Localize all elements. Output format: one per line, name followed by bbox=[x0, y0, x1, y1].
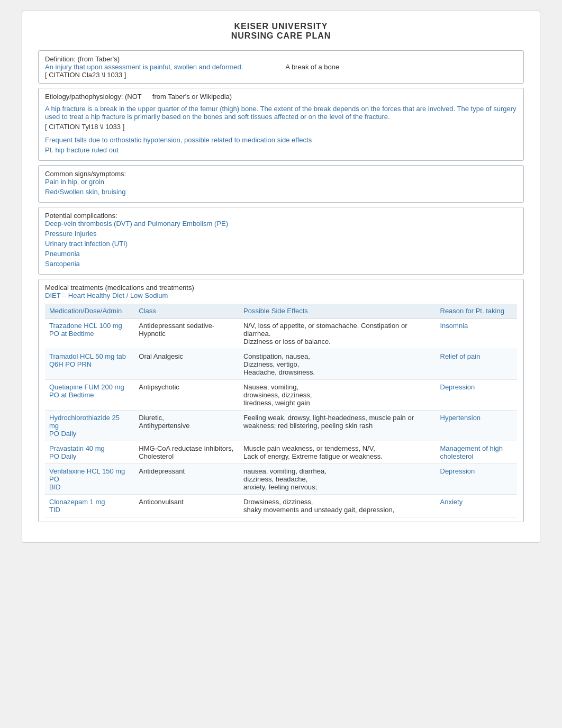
table-row: Venlafaxine HCL 150 mg PO BIDAntidepress… bbox=[45, 464, 517, 495]
med-name-cell: Quetiapine FUM 200 mg PO at Bedtime bbox=[45, 380, 134, 411]
etiology-section: Etiology/pathophysiology: (NOT from Tabe… bbox=[38, 88, 524, 161]
table-row: Trazadone HCL 100 mg PO at BedtimeAntide… bbox=[45, 319, 517, 349]
injury-text: An injury that upon assessment is painfu… bbox=[45, 63, 243, 71]
reason-cell: Depression bbox=[436, 380, 518, 411]
side-effects-cell: nausea, vomiting, diarrhea, dizziness, h… bbox=[239, 464, 436, 495]
side-effects-cell: Nausea, vomiting, drowsiness, dizziness,… bbox=[239, 380, 436, 411]
med-class-cell: Antipsychotic bbox=[134, 380, 239, 411]
break-text: A break of a bone bbox=[285, 63, 339, 71]
etiology-note1: Frequent falls due to orthostatic hypote… bbox=[45, 136, 517, 144]
med-name-cell: Hydrochlorothiazide 25 mg PO Daily bbox=[45, 411, 134, 441]
side-effects-cell: Drowsiness, dizziness, shaky movements a… bbox=[239, 495, 436, 517]
table-row: Tramadol HCL 50 mg tab Q6H PO PRNOral An… bbox=[45, 349, 517, 380]
treatments-section: Medical treatments (medications and trea… bbox=[38, 279, 524, 522]
complication-item: Deep-vein thrombosis (DVT) and Pulmonary… bbox=[45, 220, 517, 228]
complications-section: Potential complications: Deep-vein throm… bbox=[38, 207, 524, 275]
complication-item: Sarcopenia bbox=[45, 260, 517, 268]
main-page: KEISER UNIVERSITY NURSING CARE PLAN Defi… bbox=[22, 11, 540, 543]
symptoms-list: Pain in hip, or groinRed/Swollen skin, b… bbox=[45, 178, 517, 196]
reason-cell: Anxiety bbox=[436, 495, 518, 517]
med-class-cell: HMG-CoA reductase inhibitors, Cholestero… bbox=[134, 441, 239, 464]
medication-table-body: Trazadone HCL 100 mg PO at BedtimeAntide… bbox=[45, 319, 517, 517]
definition-label: Definition: bbox=[45, 55, 76, 63]
complication-item: Pressure Injuries bbox=[45, 230, 517, 238]
medication-table: Medication/Dose/Admin Class Possible Sid… bbox=[45, 304, 517, 517]
etiology-source: from Taber's or Wikipedia) bbox=[152, 93, 232, 101]
med-class-cell: Oral Analgesic bbox=[134, 349, 239, 380]
complications-list: Deep-vein thrombosis (DVT) and Pulmonary… bbox=[45, 220, 517, 268]
med-name-cell: Venlafaxine HCL 150 mg PO BID bbox=[45, 464, 134, 495]
med-class-cell: Antidepressant bbox=[134, 464, 239, 495]
table-row: Quetiapine FUM 200 mg PO at BedtimeAntip… bbox=[45, 380, 517, 411]
etiology-header-row: Etiology/pathophysiology: (NOT from Tabe… bbox=[45, 93, 517, 101]
page-title-line2: NURSING CARE PLAN bbox=[38, 31, 524, 41]
signs-label: Common signs/symptoms: bbox=[45, 170, 126, 178]
signs-section: Common signs/symptoms: Pain in hip, or g… bbox=[38, 165, 524, 203]
table-header-row: Medication/Dose/Admin Class Possible Sid… bbox=[45, 304, 517, 319]
etiology-note2: Pt. hip fracture ruled out bbox=[45, 146, 517, 154]
complication-item: Pneumonia bbox=[45, 250, 517, 258]
reason-cell: Depression bbox=[436, 464, 518, 495]
med-name-cell: Clonazepam 1 mg TID bbox=[45, 495, 134, 517]
definition-section: Definition: (from Taber's) An injury tha… bbox=[38, 50, 524, 84]
definition-source: (from Taber's) bbox=[77, 55, 120, 63]
med-name-cell: Pravastatin 40 mg PO Daily bbox=[45, 441, 134, 464]
citation-1: [ CITATION Cla23 \l 1033 ] bbox=[45, 71, 517, 79]
col-header-side-effects: Possible Side Effects bbox=[239, 304, 436, 319]
med-class-cell: Anticonvulsant bbox=[134, 495, 239, 517]
symptom-item: Red/Swollen skin, bruising bbox=[45, 188, 517, 196]
med-class-cell: Antidepressant sedative-Hypnotic bbox=[134, 319, 239, 349]
reason-cell: Insomnia bbox=[436, 319, 518, 349]
complications-label: Potential complications: bbox=[45, 212, 117, 220]
col-header-med: Medication/Dose/Admin bbox=[45, 304, 134, 319]
reason-cell: Relief of pain bbox=[436, 349, 518, 380]
med-class-cell: Diuretic, Antihypertensive bbox=[134, 411, 239, 441]
complication-item: Urinary tract infection (UTI) bbox=[45, 240, 517, 248]
treatments-label: Medical treatments (medications and trea… bbox=[45, 284, 194, 292]
side-effects-cell: N/V, loss of appetite, or stomachache. C… bbox=[239, 319, 436, 349]
med-name-cell: Tramadol HCL 50 mg tab Q6H PO PRN bbox=[45, 349, 134, 380]
table-row: Clonazepam 1 mg TIDAnticonvulsantDrowsin… bbox=[45, 495, 517, 517]
reason-cell: Management of high cholesterol bbox=[436, 441, 518, 464]
definition-row: An injury that upon assessment is painfu… bbox=[45, 63, 517, 71]
col-header-reason: Reason for Pt. taking bbox=[436, 304, 518, 319]
reason-cell: Hypertension bbox=[436, 411, 518, 441]
page-header: KEISER UNIVERSITY NURSING CARE PLAN bbox=[38, 22, 524, 41]
side-effects-cell: Muscle pain weakness, or tenderness, N/V… bbox=[239, 441, 436, 464]
diet-text: DIET – Heart Healthy Diet / Low Sodium bbox=[45, 292, 168, 299]
med-name-cell: Trazadone HCL 100 mg PO at Bedtime bbox=[45, 319, 134, 349]
side-effects-cell: Constipation, nausea, Dizziness, vertigo… bbox=[239, 349, 436, 380]
table-row: Hydrochlorothiazide 25 mg PO DailyDiuret… bbox=[45, 411, 517, 441]
table-row: Pravastatin 40 mg PO DailyHMG-CoA reduct… bbox=[45, 441, 517, 464]
page-title-line1: KEISER UNIVERSITY bbox=[38, 22, 524, 31]
etiology-label: Etiology/pathophysiology: (NOT bbox=[45, 93, 142, 101]
symptom-item: Pain in hip, or groin bbox=[45, 178, 517, 186]
col-header-class: Class bbox=[134, 304, 239, 319]
citation-2: [ CITATION Tyl18 \l 1033 ] bbox=[45, 123, 517, 131]
etiology-body: A hip fracture is a break in the upper q… bbox=[45, 105, 517, 121]
side-effects-cell: Feeling weak, drowsy, light-headedness, … bbox=[239, 411, 436, 441]
